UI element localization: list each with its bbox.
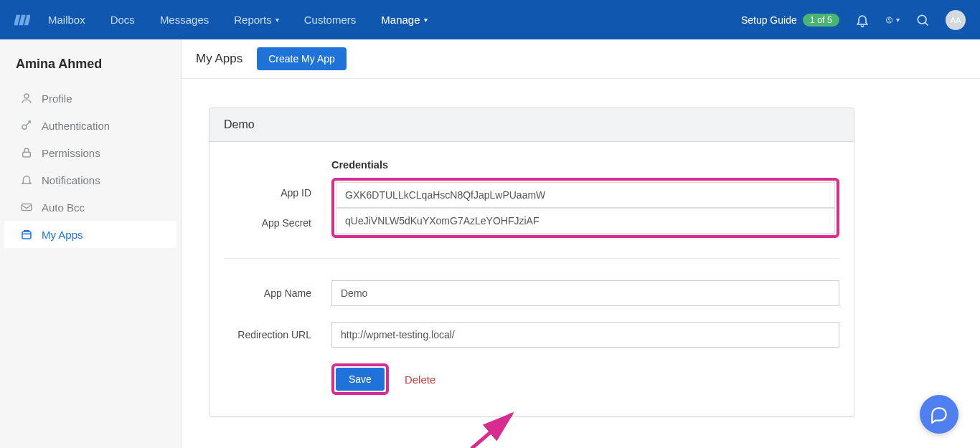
apps-icon [20, 228, 33, 241]
sidebar-item-autobcc[interactable]: Auto Bcc [4, 194, 176, 221]
lock-icon [20, 146, 33, 159]
save-highlight-box: Save [331, 363, 389, 395]
nav-label: Reports [234, 14, 272, 26]
card-body: Credentials App ID App Secret [209, 142, 854, 416]
bell-icon[interactable] [855, 13, 870, 27]
sidebar-item-authentication[interactable]: Authentication [4, 112, 176, 139]
nav-label: Mailbox [48, 14, 85, 26]
sidebar: Amina Ahmed Profile Authentication Permi… [0, 39, 182, 448]
nav-reports[interactable]: Reports▾ [234, 14, 279, 26]
create-my-app-button[interactable]: Create My App [257, 47, 347, 70]
svg-rect-6 [23, 152, 31, 157]
person-icon [20, 92, 33, 105]
content-area: My Apps Create My App Demo Credentials A… [182, 39, 980, 448]
chevron-down-icon: ▾ [275, 16, 279, 24]
card-title: Demo [209, 108, 854, 142]
content-body: Demo Credentials App ID App Secret [182, 79, 980, 446]
divider [224, 258, 839, 259]
app-secret-label: App Secret [224, 208, 331, 238]
bell-icon [20, 173, 33, 186]
form-fields: App Name Redirection URL [224, 280, 839, 348]
credentials-labels: App ID App Secret [224, 178, 331, 238]
setup-guide-link[interactable]: Setup Guide 1 of 5 [741, 14, 839, 27]
brand-logo-icon[interactable] [14, 12, 30, 28]
redirection-url-input[interactable] [331, 322, 839, 348]
app-id-label: App ID [224, 178, 331, 208]
nav-manage[interactable]: Manage▾ [381, 14, 427, 26]
svg-rect-8 [22, 232, 31, 239]
nav-customers[interactable]: Customers [304, 14, 357, 26]
sidebar-item-label: Notifications [42, 174, 100, 186]
svg-point-5 [22, 125, 27, 129]
svg-point-1 [888, 18, 890, 20]
sidebar-item-notifications[interactable]: Notifications [4, 166, 176, 194]
sidebar-item-label: Profile [42, 92, 72, 105]
svg-point-2 [918, 15, 926, 24]
nav-messages[interactable]: Messages [160, 14, 209, 26]
main-layout: Amina Ahmed Profile Authentication Permi… [0, 39, 980, 448]
app-name-label: App Name [224, 287, 331, 299]
search-icon[interactable] [915, 13, 930, 27]
credentials-row: App ID App Secret [224, 178, 839, 238]
nav-mailbox[interactable]: Mailbox [48, 14, 85, 26]
sidebar-item-label: Authentication [42, 120, 110, 132]
sidebar-item-label: Permissions [42, 147, 100, 159]
sidebar-item-label: Auto Bcc [42, 201, 85, 214]
nav-label: Messages [160, 14, 209, 26]
chevron-down-icon: ▾ [424, 16, 428, 24]
sidebar-item-label: My Apps [42, 229, 83, 241]
account-menu-icon[interactable]: ▾ [885, 13, 900, 27]
app-secret-input[interactable] [336, 208, 835, 234]
key-icon [20, 119, 33, 132]
app-card: Demo Credentials App ID App Secret [209, 108, 854, 417]
redirection-url-row: Redirection URL [224, 322, 839, 348]
chat-fab[interactable] [920, 395, 958, 434]
redirection-url-label: Redirection URL [224, 329, 331, 340]
credentials-heading: Credentials [331, 159, 839, 171]
nav-docs[interactable]: Docs [110, 14, 135, 26]
chevron-down-icon: ▾ [896, 16, 900, 24]
app-id-input[interactable] [336, 182, 835, 208]
sidebar-user-name: Amina Ahmed [0, 57, 181, 85]
avatar-initials: AA [951, 16, 961, 24]
save-button[interactable]: Save [336, 368, 385, 391]
subheader: My Apps Create My App [182, 39, 980, 79]
sidebar-item-permissions[interactable]: Permissions [4, 139, 176, 166]
nav-label: Manage [381, 14, 420, 26]
setup-guide-pill: 1 of 5 [803, 14, 839, 27]
sidebar-item-myapps[interactable]: My Apps [4, 221, 176, 248]
top-header: Mailbox Docs Messages Reports▾ Customers… [0, 0, 980, 39]
svg-rect-7 [22, 204, 32, 211]
app-name-input[interactable] [331, 280, 839, 306]
credentials-highlight-box [331, 178, 839, 238]
mail-icon [20, 201, 33, 214]
app-name-row: App Name [224, 280, 839, 306]
svg-point-4 [24, 94, 29, 98]
nav-label: Docs [110, 14, 135, 26]
svg-line-3 [925, 22, 928, 25]
page-title: My Apps [196, 52, 242, 66]
form-actions: Save Delete [331, 363, 839, 395]
avatar[interactable]: AA [946, 10, 966, 30]
header-right: Setup Guide 1 of 5 ▾ AA [741, 10, 966, 30]
delete-button[interactable]: Delete [405, 373, 435, 386]
sidebar-item-profile[interactable]: Profile [4, 85, 176, 112]
nav-label: Customers [304, 14, 357, 26]
setup-guide-label: Setup Guide [741, 14, 797, 26]
